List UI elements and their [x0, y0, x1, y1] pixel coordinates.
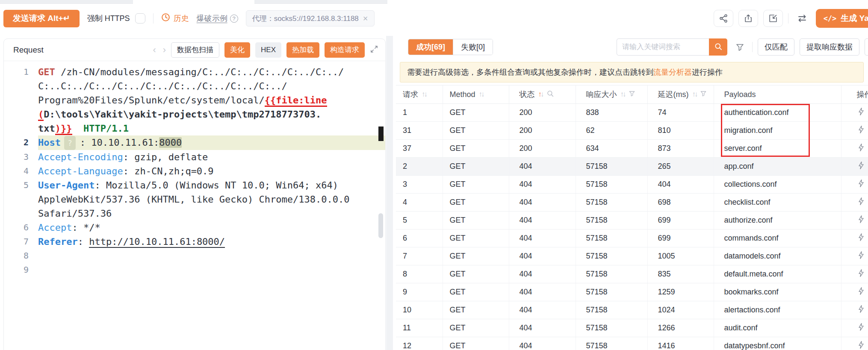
table-row[interactable]: 11GET404571581266audit.conf: [396, 319, 868, 337]
lightning-icon[interactable]: [857, 324, 865, 333]
lightning-icon[interactable]: [857, 181, 865, 189]
header-request[interactable]: 请求↑↓: [396, 85, 443, 104]
fullscreen-icon[interactable]: [370, 45, 378, 55]
force-https-label: 强制 HTTPS: [87, 13, 130, 24]
tab-success[interactable]: 成功[69]: [408, 39, 453, 55]
editor-scrollbar[interactable]: [378, 213, 383, 238]
import-icon[interactable]: [763, 10, 783, 27]
sort-icons[interactable]: ↑↓: [538, 90, 543, 99]
cell-payload: commands.conf: [714, 229, 841, 247]
header-latency[interactable]: 延迟(ms)↑↓: [647, 85, 714, 104]
close-icon[interactable]: ×: [363, 14, 368, 23]
cell-req: 31: [396, 122, 443, 140]
table-row[interactable]: 31GET20062810migration.conf: [396, 122, 868, 140]
cell-action[interactable]: [841, 140, 868, 158]
lightning-icon[interactable]: [857, 253, 865, 261]
sort-icons[interactable]: ↑↓: [422, 90, 426, 99]
table-row[interactable]: 3GET40457158404collections.conf: [396, 176, 868, 194]
cell-action[interactable]: [841, 247, 868, 265]
table-row[interactable]: 8GET40457158835default.meta.conf: [396, 265, 868, 283]
column-filter-icon[interactable]: [629, 90, 635, 99]
lightning-icon[interactable]: [857, 342, 865, 350]
cell-action[interactable]: [841, 122, 868, 140]
panel-divider[interactable]: [386, 36, 393, 350]
cell-latency: 1266: [647, 319, 714, 337]
beautify-button[interactable]: 美化: [224, 42, 250, 58]
proxy-tag[interactable]: 代理：socks5://192.168.8.3:1188 ×: [246, 10, 375, 26]
lightning-icon[interactable]: [857, 163, 865, 171]
cell-action[interactable]: [841, 283, 868, 301]
table-row[interactable]: 10GET404571581024alertactions.conf: [396, 301, 868, 319]
export-data-button[interactable]: 导出数据: [865, 38, 868, 56]
blast-example-link[interactable]: 爆破示例 ?: [197, 13, 238, 24]
help-icon[interactable]: ?: [230, 15, 238, 23]
active-window-tab[interactable]: [133, 0, 254, 4]
header-method[interactable]: Method↑↓: [443, 85, 509, 104]
header-payloads[interactable]: Payloads: [714, 85, 841, 104]
cell-action[interactable]: [841, 176, 868, 194]
force-https-group: 强制 HTTPS: [87, 13, 145, 24]
lightning-icon[interactable]: [857, 271, 865, 279]
hex-button[interactable]: HEX: [255, 42, 281, 58]
editor-line: 7Referer: http://10.10.11.61:8000/: [4, 235, 385, 249]
chevron-left-icon[interactable]: ‹: [153, 44, 156, 56]
cell-action[interactable]: [841, 337, 868, 350]
table-row[interactable]: 9GET404571581259bookmarks.conf: [396, 283, 868, 301]
header-status[interactable]: 状态↑↓: [509, 85, 576, 104]
table-row[interactable]: 37GET200634873server.conf: [396, 140, 868, 158]
force-https-checkbox[interactable]: [135, 13, 145, 24]
lightning-icon[interactable]: [857, 288, 865, 297]
table-row[interactable]: 7GET404571581005datamodels.conf: [396, 247, 868, 265]
chevron-right-icon[interactable]: ›: [163, 44, 166, 56]
tab-fail[interactable]: 失败[0]: [453, 39, 493, 55]
sort-icons[interactable]: ↑↓: [479, 90, 484, 99]
traffic-analyzer-link[interactable]: 流量分析器: [653, 67, 692, 77]
table-row[interactable]: 12GET404571581416datatypesbnf.conf: [396, 337, 868, 350]
extract-response-button[interactable]: 提取响应数据: [800, 38, 859, 56]
sort-icons[interactable]: ↑↓: [692, 90, 697, 99]
editor-line: 3Accept-Encoding: gzip, deflate: [4, 150, 385, 164]
column-filter-icon[interactable]: [700, 90, 707, 99]
header-size[interactable]: 响应大小↑↓: [576, 85, 647, 104]
lightning-icon[interactable]: [857, 145, 865, 153]
lightning-icon[interactable]: [857, 127, 865, 135]
export-icon[interactable]: [738, 10, 758, 27]
cell-action[interactable]: [841, 319, 868, 337]
table-row[interactable]: 4GET40457158698checklist.conf: [396, 194, 868, 212]
packet-scan-button[interactable]: 数据包扫描: [171, 42, 219, 58]
cell-size: 57158: [576, 212, 647, 229]
cell-action[interactable]: [841, 158, 868, 176]
request-editor[interactable]: 1GET /zh-CN/modules/messaging/C:../C:../…: [4, 62, 385, 350]
cell-action[interactable]: [841, 301, 868, 319]
share-icon[interactable]: [714, 10, 733, 27]
lightning-icon[interactable]: [857, 217, 865, 225]
table-row[interactable]: 2GET40457158265app.conf: [396, 158, 868, 176]
cell-action[interactable]: [841, 229, 868, 247]
history-button[interactable]: 历史: [161, 13, 189, 24]
generate-yaml-button[interactable]: </> 生成 Yaml: [816, 9, 868, 28]
cell-action[interactable]: [841, 212, 868, 229]
cell-method: GET: [443, 194, 509, 212]
cell-payload: app.conf: [714, 158, 841, 176]
cell-action[interactable]: [841, 194, 868, 212]
search-button[interactable]: [709, 38, 727, 56]
filter-funnel-icon[interactable]: [732, 38, 747, 56]
swap-icon[interactable]: [794, 10, 811, 27]
column-search-icon[interactable]: [546, 90, 554, 100]
match-only-button[interactable]: 仅匹配: [758, 38, 794, 56]
search-input[interactable]: [617, 38, 709, 56]
cell-action[interactable]: [841, 104, 868, 122]
send-request-button[interactable]: 发送请求 Alt+↵: [3, 10, 80, 27]
sort-icons[interactable]: ↑↓: [620, 90, 625, 99]
table-row[interactable]: 1GET20083874authentication.conf: [396, 104, 868, 122]
cell-latency: 698: [647, 194, 714, 212]
lightning-icon[interactable]: [857, 199, 865, 207]
lightning-icon[interactable]: [857, 235, 865, 243]
hot-reload-button[interactable]: 热加载: [286, 42, 319, 58]
table-row[interactable]: 5GET40457158699authorize.conf: [396, 212, 868, 229]
construct-request-button[interactable]: 构造请求: [325, 42, 365, 58]
cell-action[interactable]: [841, 265, 868, 283]
table-row[interactable]: 6GET40457158699commands.conf: [396, 229, 868, 247]
lightning-icon[interactable]: [857, 109, 865, 118]
lightning-icon[interactable]: [857, 306, 865, 315]
